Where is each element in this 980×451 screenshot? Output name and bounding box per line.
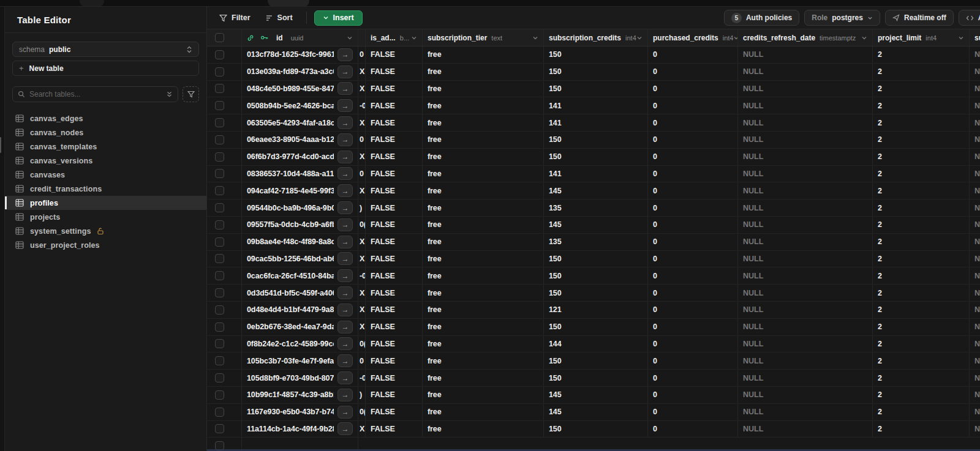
chevron-down-icon[interactable] (733, 35, 738, 41)
clipped-cell[interactable]: NULL (970, 81, 980, 97)
is-admin-cell[interactable]: FALSE (366, 387, 423, 403)
chevron-down-icon[interactable] (532, 35, 538, 41)
credits-refresh-date-cell[interactable]: NULL (738, 114, 873, 131)
subscription-tier-cell[interactable]: free (423, 404, 544, 420)
subscription-tier-cell[interactable]: free (423, 114, 544, 131)
id-cell[interactable]: 11a114cb-1a4c-49f4-9b28-52219ec...→ (242, 421, 358, 438)
clipped-cell[interactable]: NULL (970, 267, 980, 284)
collapsed-cell[interactable]: X (358, 421, 366, 438)
credits-refresh-date-cell[interactable]: NULL (738, 81, 873, 97)
subscription-tier-cell[interactable]: free (423, 81, 544, 97)
purchased-credits-cell[interactable]: 0 (648, 149, 738, 165)
table-row[interactable]: 048c4e50-b989-455e-847e-fb2f...→XFALSEfr… (207, 81, 980, 98)
purchased-credits-cell[interactable]: 0 (648, 251, 738, 267)
clipped-cell[interactable]: NULL (970, 64, 980, 80)
credits-refresh-date-cell[interactable]: NULL (738, 64, 873, 80)
row-checkbox[interactable] (215, 424, 224, 433)
collapsed-cell[interactable]: -0 (358, 97, 366, 114)
credits-refresh-date-cell[interactable]: NULL (738, 166, 873, 182)
is-admin-cell[interactable]: FALSE (366, 182, 423, 199)
expand-row-button[interactable]: → (337, 99, 353, 112)
subscription-tier-cell[interactable]: free (423, 336, 544, 352)
subscription-tier-cell[interactable]: free (423, 267, 544, 284)
row-checkbox[interactable] (215, 186, 224, 195)
subscription-credits-cell[interactable]: 141 (544, 114, 648, 131)
expand-row-button[interactable]: → (337, 371, 353, 384)
clipped-cell[interactable]: NULL (970, 114, 980, 131)
table-row[interactable]: 0d3d541d-bf5c-459f-a406-16b93...→XFALSEf… (207, 285, 980, 302)
credits-refresh-date-cell[interactable]: NULL (738, 217, 873, 233)
role-selector-button[interactable]: Role postgres (804, 10, 880, 26)
project-limit-cell[interactable]: 2 (873, 404, 970, 420)
clipped-cell[interactable]: NULL (970, 404, 980, 420)
realtime-toggle-button[interactable]: Realtime off (885, 10, 954, 26)
table-row[interactable]: 0cac6fca-26cf-4510-84ba-c4580...→-0FALSE… (207, 267, 980, 285)
is-admin-cell[interactable]: FALSE (366, 404, 423, 420)
project-limit-cell[interactable]: 2 (873, 182, 970, 199)
id-cell[interactable]: 06f6b7d3-977d-4cd0-acd4-4a78...→ (242, 149, 358, 165)
is-admin-cell[interactable]: FALSE (366, 370, 423, 386)
subscription-credits-cell[interactable]: 145 (544, 182, 648, 199)
row-checkbox[interactable] (215, 254, 224, 263)
project-limit-cell[interactable]: 2 (873, 149, 970, 165)
row-checkbox[interactable] (215, 237, 224, 247)
row-checkbox[interactable] (215, 84, 224, 93)
column-header-id[interactable]: id uuid (242, 29, 358, 46)
id-cell[interactable]: 063505e5-4293-4faf-a18c-0e65b...→ (242, 114, 358, 131)
is-admin-cell[interactable]: FALSE (366, 319, 423, 335)
row-checkbox[interactable] (215, 288, 224, 297)
subscription-tier-cell[interactable]: free (423, 166, 544, 182)
purchased-credits-cell[interactable]: 0 (648, 97, 738, 114)
credits-refresh-date-cell[interactable]: NULL (738, 132, 873, 148)
id-cell[interactable]: 06eaee33-8905-4aaa-b121-ab552...→ (242, 132, 358, 148)
id-cell[interactable]: 09557f5a-0dcb-4cb9-a6fb-fff366...→ (242, 217, 358, 233)
collapsed-cell[interactable]: X (358, 251, 366, 267)
credits-refresh-date-cell[interactable]: NULL (738, 149, 873, 165)
row-checkbox[interactable] (215, 203, 224, 212)
project-limit-cell[interactable]: 2 (873, 267, 970, 284)
collapsed-cell[interactable]: X (358, 234, 366, 250)
clipped-cell[interactable]: NULL (970, 285, 980, 301)
clipped-cell[interactable]: NULL (970, 166, 980, 182)
credits-refresh-date-cell[interactable]: NULL (738, 370, 873, 386)
expand-row-button[interactable]: → (337, 116, 353, 129)
collapsed-cell[interactable]: 0( (358, 336, 366, 352)
sidebar-item-canvas_edges[interactable]: canvas_edges (5, 111, 206, 125)
table-row[interactable]: 09cac5bb-1256-46bd-ab60-64ed...→XFALSEfr… (207, 251, 980, 268)
id-cell[interactable]: 0508b94b-5ee2-4626-bca1-4bca...→ (242, 97, 358, 114)
row-checkbox[interactable] (215, 271, 224, 280)
subscription-credits-cell[interactable]: 141 (544, 97, 648, 114)
clipped-cell[interactable]: NULL (970, 251, 980, 267)
column-header-collapsed[interactable] (358, 29, 366, 46)
subscription-tier-cell[interactable]: free (423, 47, 544, 63)
clipped-cell[interactable]: NULL (970, 47, 980, 63)
subscription-tier-cell[interactable]: free (423, 421, 544, 438)
subscription-tier-cell[interactable]: free (423, 285, 544, 301)
expand-row-button[interactable]: → (337, 321, 353, 334)
credits-refresh-date-cell[interactable]: NULL (738, 97, 873, 114)
subscription-tier-cell[interactable]: free (423, 199, 544, 216)
subscription-tier-cell[interactable]: free (423, 132, 544, 148)
subscription-tier-cell[interactable]: free (423, 319, 544, 335)
row-checkbox[interactable] (215, 152, 224, 162)
subscription-credits-cell[interactable]: 121 (544, 302, 648, 318)
clipped-cell[interactable]: NULL (970, 421, 980, 438)
table-row[interactable]: 0508b94b-5ee2-4626-bca1-4bca...→-0FALSEf… (207, 97, 980, 114)
purchased-credits-cell[interactable]: 0 (648, 404, 738, 420)
sidebar-item-canvas_versions[interactable]: canvas_versions (5, 154, 206, 168)
is-admin-cell[interactable]: FALSE (366, 81, 423, 97)
table-row[interactable]: 094caf42-7185-4e45-99f3-14abee...→XFALSE… (207, 182, 980, 199)
is-admin-cell[interactable]: FALSE (366, 285, 423, 301)
expand-row-button[interactable]: → (337, 354, 353, 367)
project-limit-cell[interactable]: 2 (873, 285, 970, 301)
project-limit-cell[interactable]: 2 (873, 251, 970, 267)
row-checkbox[interactable] (215, 390, 224, 400)
table-row[interactable]: 08386537-10d4-488a-a11e-eb5a6...→0FALSEf… (207, 166, 980, 183)
expand-row-button[interactable]: → (337, 184, 353, 197)
clipped-cell[interactable]: NULL (970, 387, 980, 403)
clipped-cell[interactable]: NULL (970, 319, 980, 335)
clipped-cell[interactable]: NULL (970, 217, 980, 233)
credits-refresh-date-cell[interactable]: NULL (738, 234, 873, 250)
expand-row-button[interactable]: → (337, 252, 353, 265)
row-checkbox[interactable] (215, 50, 224, 59)
